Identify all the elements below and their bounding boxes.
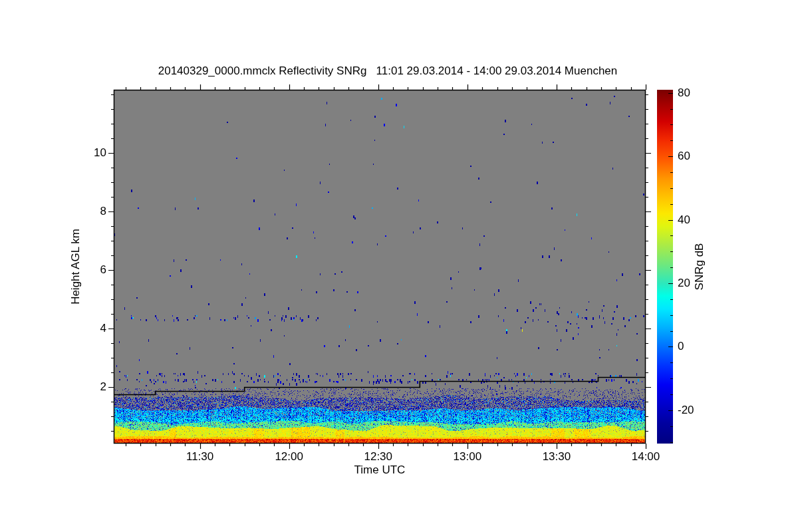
colorbar-label: SNRg dB [694,227,707,307]
x-tick-label: 12:00 [275,451,303,463]
x-tick-label: 13:30 [543,451,571,463]
x-tick-label: 14:00 [632,451,660,463]
y-tick-label: 4 [77,323,106,334]
y-tick-label: 6 [77,264,106,276]
x-tick-label: 13:00 [454,451,482,463]
colorbar-tick-label: 60 [678,150,690,162]
x-axis-label: Time UTC [114,464,646,476]
y-tick-label: 2 [77,381,106,393]
x-tick-label: 11:30 [186,451,213,463]
x-tick-label: 12:30 [364,451,392,463]
colorbar-tick-label: 40 [678,214,690,226]
radar-reflectivity-plot-page: 20140329_0000.mmclx Reflectivity SNRg 11… [0,0,798,532]
colorbar-tick-label: 80 [678,87,690,99]
colorbar-tick-label: -20 [678,404,694,416]
colorbar-tick-label: 0 [678,340,684,352]
plot-title: 20140329_0000.mmclx Reflectivity SNRg 11… [114,65,662,77]
y-tick-label: 10 [77,147,106,159]
y-tick-label: 8 [77,205,106,217]
heatmap-canvas [0,0,798,532]
colorbar-tick-label: 20 [678,277,690,289]
